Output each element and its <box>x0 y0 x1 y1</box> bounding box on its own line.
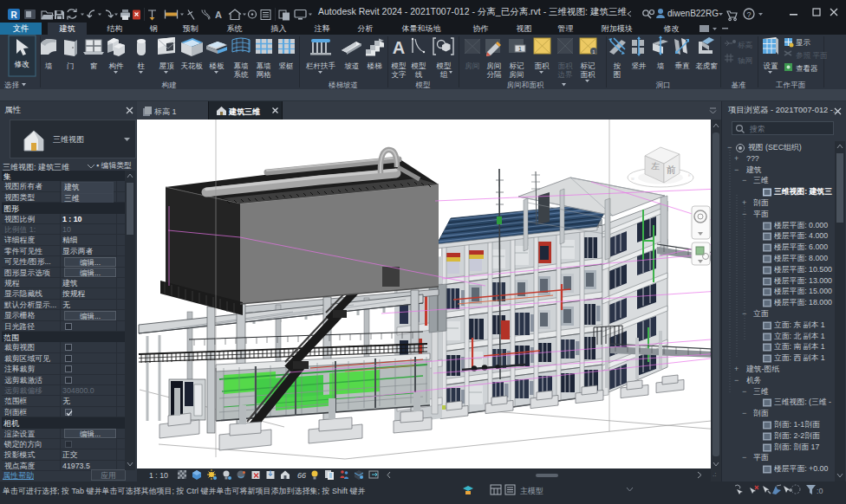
svg-text:洞口: 洞口 <box>656 81 671 89</box>
svg-text:构件: 构件 <box>109 61 125 70</box>
svg-text:面积: 面积 <box>535 61 550 70</box>
svg-text:选择: 选择 <box>3 81 20 89</box>
svg-text:幕墙: 幕墙 <box>257 61 272 70</box>
svg-text:柱: 柱 <box>137 61 146 70</box>
svg-text:查看器: 查看器 <box>796 64 818 73</box>
svg-text:diwenB22RG: diwenB22RG <box>667 9 719 18</box>
svg-text:房间: 房间 <box>465 61 480 70</box>
svg-text:设置: 设置 <box>764 61 779 70</box>
svg-text:天花板: 天花板 <box>180 61 203 70</box>
svg-text:参照 平面: 参照 平面 <box>796 51 828 60</box>
svg-text:标记: 标记 <box>581 61 596 70</box>
svg-text:线: 线 <box>415 70 423 79</box>
svg-text:分隔: 分隔 <box>487 70 503 79</box>
svg-text:栏杆扶手: 栏杆扶手 <box>305 61 336 70</box>
svg-text:房间: 房间 <box>510 70 524 79</box>
svg-text:面积: 面积 <box>581 70 596 79</box>
svg-text:竖梃: 竖梃 <box>279 61 294 70</box>
svg-text:66: 66 <box>297 471 306 480</box>
svg-text:屋顶: 屋顶 <box>159 61 175 70</box>
svg-text:组: 组 <box>440 70 448 79</box>
svg-text:模型: 模型 <box>436 61 452 70</box>
svg-text:主模型: 主模型 <box>520 487 543 495</box>
svg-text:显示: 显示 <box>796 38 811 47</box>
svg-text:标记: 标记 <box>510 61 525 70</box>
svg-text:面积: 面积 <box>558 61 574 70</box>
svg-text:W: W <box>631 177 634 181</box>
svg-text:墙: 墙 <box>44 61 53 70</box>
svg-text:左: 左 <box>651 161 661 171</box>
svg-text:构建: 构建 <box>162 81 178 89</box>
svg-text:模型: 模型 <box>415 81 432 89</box>
svg-text:竖井: 竖井 <box>632 61 648 70</box>
svg-text:老虎窗: 老虎窗 <box>695 61 718 70</box>
svg-text:模型: 模型 <box>411 61 427 70</box>
svg-text:坡道: 坡道 <box>344 61 360 70</box>
svg-text:A: A <box>215 10 222 20</box>
svg-text:1: 1 <box>518 46 522 52</box>
svg-text:门: 门 <box>67 61 75 70</box>
svg-text:文字: 文字 <box>392 70 407 79</box>
svg-text:系统: 系统 <box>234 70 250 79</box>
svg-text:基准: 基准 <box>732 81 747 89</box>
svg-text:模型: 模型 <box>391 61 407 70</box>
svg-text:R: R <box>10 10 17 20</box>
svg-text:墙: 墙 <box>656 61 665 70</box>
svg-text:前: 前 <box>666 165 676 175</box>
svg-text:房间: 房间 <box>487 61 502 70</box>
svg-text:轴网: 轴网 <box>738 56 752 65</box>
svg-text:工作平面: 工作平面 <box>775 81 806 89</box>
svg-text:E: E <box>688 173 691 178</box>
svg-text:楼梯坡道: 楼梯坡道 <box>329 81 358 89</box>
svg-text:边界: 边界 <box>558 70 574 79</box>
svg-text:按: 按 <box>614 61 621 70</box>
svg-text:标高: 标高 <box>738 41 753 49</box>
svg-text:A: A <box>393 38 405 57</box>
svg-text:网格: 网格 <box>257 70 272 79</box>
svg-text:垂直: 垂直 <box>675 61 691 70</box>
svg-text::0: :0 <box>817 487 823 495</box>
svg-text:窗: 窗 <box>90 61 98 70</box>
svg-text:图: 图 <box>614 70 621 79</box>
svg-text:房间和面积: 房间和面积 <box>507 81 544 89</box>
svg-text:?: ? <box>746 10 751 19</box>
svg-text:修改: 修改 <box>15 60 30 68</box>
svg-text:幕墙: 幕墙 <box>234 61 250 70</box>
svg-text:楼梯: 楼梯 <box>368 61 383 70</box>
svg-text:楼板: 楼板 <box>210 61 225 70</box>
